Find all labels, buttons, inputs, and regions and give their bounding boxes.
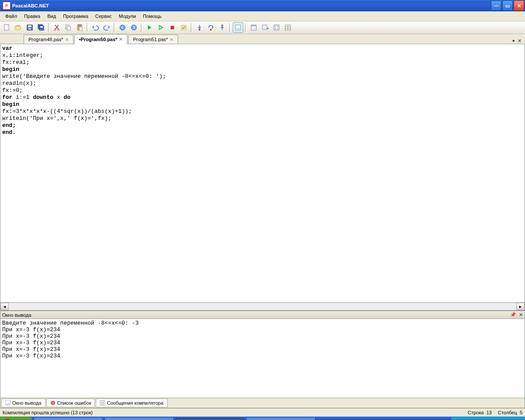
stop-icon[interactable] — [167, 22, 178, 33]
svg-rect-24 — [251, 25, 256, 26]
svg-rect-16 — [171, 26, 174, 29]
status-column: Столбец 5 — [498, 410, 522, 415]
task-button[interactable]: ▤26_KR_var_1 - Micro… — [246, 417, 315, 420]
task-button[interactable]: ◎И_и_ИКТ_10Б_1_ли… — [34, 417, 103, 420]
copy-icon[interactable] — [63, 22, 74, 33]
tab-program51[interactable]: Program51.pas*✕ — [128, 35, 178, 44]
new-file-icon[interactable] — [2, 22, 12, 33]
bottomtab-messages[interactable]: Сообщения компилятора — [96, 399, 167, 407]
minimize-button[interactable]: — — [491, 0, 501, 11]
system-tray: EN ◷ ⬒ ⚑ ⬓ ◉ 9:41 — [451, 416, 525, 420]
separator — [114, 23, 116, 32]
menu-view[interactable]: Вид — [44, 13, 60, 20]
scroll-right-icon[interactable]: ► — [516, 303, 525, 310]
maximize-button[interactable]: ▭ — [502, 0, 513, 11]
output-close-icon[interactable]: ✕ — [519, 312, 523, 318]
error-list-icon: ! — [50, 400, 56, 406]
svg-point-18 — [199, 29, 200, 31]
tab-close-icon[interactable]: ✕ — [65, 37, 69, 42]
add-form-icon[interactable] — [260, 22, 270, 33]
close-button[interactable]: ✕ — [514, 0, 524, 11]
tab-label: •Program50.pas* — [79, 37, 118, 42]
cut-icon[interactable] — [52, 22, 62, 33]
svg-rect-22 — [235, 28, 241, 30]
task-button[interactable]: ◎Циклы в Паскале | … — [105, 417, 174, 420]
window-title: PascalABC.NET — [12, 3, 491, 8]
tabs-dropdown-icon[interactable]: ▾ — [512, 38, 515, 44]
svg-rect-25 — [262, 25, 267, 29]
svg-rect-10 — [67, 26, 70, 30]
output-title: Окно вывода — [2, 312, 32, 318]
save-all-icon[interactable] — [36, 22, 46, 33]
title-bar: P PascalABC.NET — ▭ ✕ — [0, 0, 525, 11]
new-form-icon[interactable] — [248, 22, 259, 33]
svg-point-20 — [221, 24, 223, 26]
navigate-back-icon[interactable] — [117, 22, 128, 33]
svg-text:!: ! — [52, 401, 53, 405]
status-line: Строка 13 — [468, 410, 492, 415]
scroll-left-icon[interactable]: ◄ — [0, 303, 9, 310]
status-bar: Компиляция прошла успешно (13 строк) Стр… — [0, 408, 525, 416]
menu-service[interactable]: Сервис — [92, 13, 116, 20]
menu-file[interactable]: Файл — [2, 13, 21, 20]
task-button[interactable]: ▣PascalABC.NET — [175, 417, 245, 420]
form-designer-icon[interactable] — [271, 22, 282, 33]
menu-program[interactable]: Программа — [60, 13, 92, 20]
undo-icon[interactable] — [90, 22, 101, 33]
code-editor[interactable]: var x,i:integer; fx:real; begin write('В… — [0, 44, 525, 303]
tab-label: Program51.pas* — [133, 37, 168, 42]
messages-icon — [100, 400, 105, 406]
taskbar: пуск ◎И_и_ИКТ_10Б_1_ли… ◎Циклы в Паскале… — [0, 416, 525, 420]
svg-rect-13 — [79, 27, 82, 31]
step-into-icon[interactable] — [194, 22, 205, 33]
open-file-icon[interactable] — [13, 22, 24, 33]
run-no-debug-icon[interactable] — [156, 22, 166, 33]
svg-rect-26 — [274, 25, 279, 30]
app-icon: P — [3, 2, 10, 10]
start-button[interactable]: пуск — [0, 416, 33, 420]
menu-help[interactable]: Помощь — [140, 13, 165, 20]
output-panel[interactable]: Введите значение переменной -8<=x<=0: -3… — [0, 319, 525, 398]
tab-label: Program48.pas* — [28, 37, 63, 42]
svg-rect-2 — [28, 25, 32, 27]
document-tab-bar: Program48.pas*✕ •Program50.pas*✕ Program… — [0, 34, 525, 44]
separator — [87, 23, 88, 32]
svg-rect-3 — [28, 28, 31, 30]
svg-point-14 — [120, 25, 125, 30]
svg-point-15 — [131, 25, 136, 30]
svg-point-28 — [277, 26, 278, 27]
tab-program48[interactable]: Program48.pas*✕ — [24, 35, 74, 44]
compile-icon[interactable] — [178, 22, 189, 33]
step-out-icon[interactable] — [217, 22, 228, 33]
output-pin-icon[interactable]: 📌 — [510, 312, 516, 318]
output-panel-header: Окно вывода 📌 ✕ — [0, 311, 525, 319]
tab-controls: ▾ ✕ — [512, 38, 523, 44]
bottomtab-output[interactable]: Окно вывода — [1, 399, 46, 407]
svg-rect-6 — [40, 26, 43, 28]
svg-point-30 — [277, 28, 278, 29]
run-icon[interactable] — [144, 22, 155, 33]
tab-program50[interactable]: •Program50.pas*✕ — [74, 34, 128, 44]
tabs-close-icon[interactable]: ✕ — [518, 38, 522, 44]
tab-close-icon[interactable]: ✕ — [170, 37, 173, 42]
navigate-fwd-icon[interactable] — [129, 22, 139, 33]
step-over-icon[interactable] — [206, 22, 216, 33]
toggle-output-icon[interactable] — [233, 22, 243, 33]
svg-rect-36 — [5, 403, 10, 406]
properties-icon[interactable] — [283, 22, 293, 33]
bottom-tab-bar: Окно вывода !Список ошибок Сообщения ком… — [0, 398, 525, 408]
separator — [245, 23, 247, 32]
bottomtab-errors[interactable]: !Список ошибок — [46, 399, 95, 407]
separator — [191, 23, 192, 32]
menu-modules[interactable]: Модули — [115, 13, 139, 20]
tab-close-icon[interactable]: ✕ — [119, 37, 122, 42]
editor-hscrollbar[interactable]: ◄ ► — [0, 303, 525, 311]
svg-point-27 — [275, 26, 276, 27]
separator — [48, 23, 50, 32]
menu-edit[interactable]: Правка — [21, 13, 44, 20]
redo-icon[interactable] — [102, 22, 112, 33]
toolbar — [0, 21, 525, 34]
save-icon[interactable] — [24, 22, 35, 33]
window-buttons: — ▭ ✕ — [491, 0, 524, 11]
paste-icon[interactable] — [74, 22, 85, 33]
